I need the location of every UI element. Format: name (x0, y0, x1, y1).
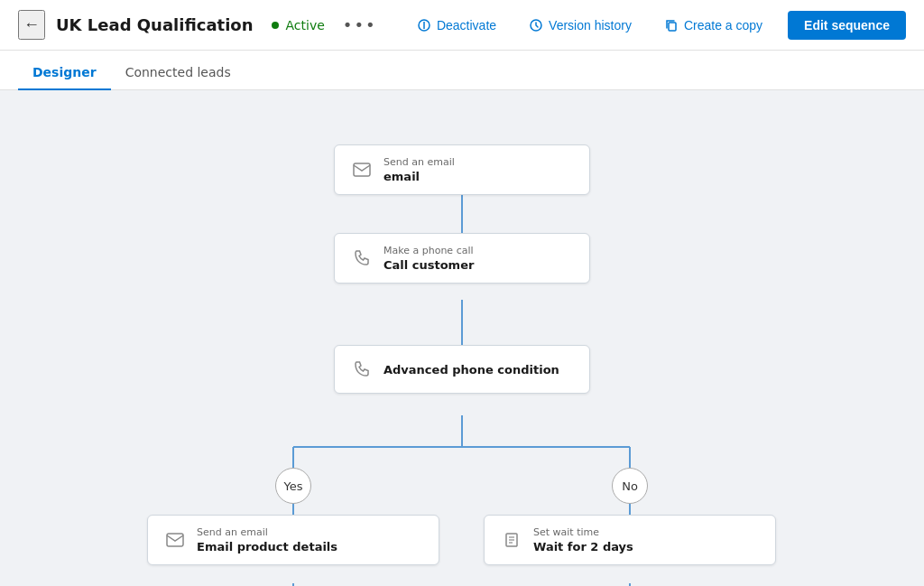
page-title: UK Lead Qualification (56, 15, 254, 34)
node-advanced-phone[interactable]: Advanced phone condition (334, 345, 590, 394)
copy-icon (664, 18, 679, 33)
flow-container: Send an email email Make a phone call Ca… (0, 90, 924, 586)
node-send-email-top[interactable]: Send an email email (334, 144, 590, 195)
tab-designer[interactable]: Designer (18, 56, 111, 90)
node-title-advanced-phone: Advanced phone condition (383, 363, 559, 377)
node-label-send-email-top: Send an email (383, 156, 455, 168)
node-title-phone-call: Call customer (383, 258, 474, 272)
edit-sequence-button[interactable]: Edit sequence (788, 11, 906, 40)
phone-condition-icon (349, 357, 374, 382)
create-copy-button[interactable]: Create a copy (657, 14, 770, 36)
svg-rect-15 (167, 534, 183, 546)
flow-canvas: Send an email email Make a phone call Ca… (0, 90, 924, 586)
history-icon (529, 18, 543, 33)
svg-rect-3 (669, 23, 676, 31)
back-button[interactable]: ← (18, 10, 45, 40)
node-label-phone-call: Make a phone call (383, 245, 474, 256)
status-dot-icon (272, 22, 279, 29)
svg-rect-14 (354, 163, 370, 176)
more-menu-button[interactable]: ••• (336, 12, 384, 38)
yes-branch-circle: Yes (275, 468, 311, 504)
node-title-wait-right: Wait for 2 days (533, 540, 633, 553)
node-wait-2-days-right[interactable]: Set wait time Wait for 2 days (484, 515, 776, 565)
email-icon (349, 157, 374, 182)
status-badge: Active (272, 18, 325, 33)
tabs: Designer Connected leads (0, 51, 924, 90)
phone-icon (349, 246, 374, 271)
tab-connected-leads[interactable]: Connected leads (111, 56, 245, 90)
version-history-button[interactable]: Version history (522, 14, 639, 36)
node-make-phone-call[interactable]: Make a phone call Call customer (334, 233, 590, 284)
node-label-email-product: Send an email (197, 526, 337, 538)
node-title-send-email-top: email (383, 170, 455, 183)
header-actions: Deactivate Version history Create a copy… (410, 11, 906, 40)
header: ← UK Lead Qualification Active ••• Deact… (0, 0, 924, 51)
no-branch-circle: No (612, 468, 648, 504)
deactivate-icon (417, 18, 431, 33)
node-title-email-product: Email product details (197, 540, 337, 553)
node-label-wait-right: Set wait time (533, 526, 633, 538)
email-product-icon (162, 527, 188, 553)
node-email-product-details[interactable]: Send an email Email product details (147, 515, 439, 565)
wait-time-right-icon (499, 527, 524, 553)
deactivate-button[interactable]: Deactivate (410, 14, 504, 36)
status-label: Active (286, 18, 325, 33)
